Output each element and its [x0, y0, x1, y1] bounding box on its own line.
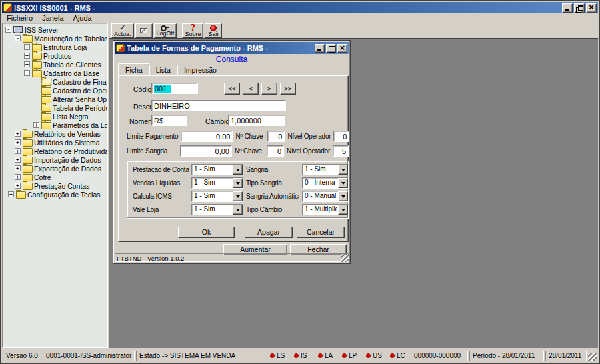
tree-item-utilitarios-do-sistema[interactable]: + Utilitários do Sistema [3, 138, 107, 147]
nav-last-button[interactable]: >> [280, 83, 296, 95]
folder-icon [23, 156, 32, 163]
tree-item-lista-negra[interactable]: Lista Negra [3, 112, 107, 121]
menu-ficheiro[interactable]: Ficheiro [2, 14, 37, 22]
tree-expand-icon[interactable]: + [24, 44, 30, 50]
chave-field[interactable] [267, 145, 284, 157]
dialog-maximize-button[interactable] [326, 44, 336, 53]
tree-expand-icon[interactable]: + [24, 61, 30, 67]
exit-icon [210, 25, 217, 31]
restore-button[interactable] [574, 3, 585, 13]
tree-item-tabela-de-clientes[interactable]: + Tabela de Clientes [3, 60, 107, 69]
chevron-down-icon[interactable] [233, 165, 243, 175]
menu-janela[interactable]: Janela [37, 14, 68, 22]
tree-item-cadastro-de-finalizadoras[interactable]: Cadastro de Finalizadoras [3, 77, 107, 86]
chevron-down-icon[interactable] [233, 205, 243, 215]
prestacao-de-contas-combo[interactable]: 1 - Sim [191, 164, 243, 175]
tree-item-prestacao-contas[interactable]: + Prestação Contas [3, 181, 107, 190]
nomenclatura-field[interactable] [151, 115, 187, 126]
tree-item-tabela-de-periodos[interactable]: Tabela de Períodos [3, 103, 107, 112]
chevron-down-icon[interactable] [233, 191, 243, 201]
tree-item-label: Tabela de Clientes [43, 61, 101, 69]
tree-item-parametros-da-loja[interactable]: + Parâmetros da Loja [3, 121, 107, 129]
tipo-sangria-combo[interactable]: 0 - Interna [302, 177, 349, 189]
tab-impressao[interactable]: Impressão [177, 65, 223, 75]
sangria-label: Sangria [246, 166, 299, 173]
chave-field[interactable] [267, 131, 285, 142]
tree-expand-icon[interactable]: + [15, 165, 21, 171]
payment-forms-dialog: Tabela de Formas de Pagamento - RMS - Co… [113, 40, 351, 264]
tipo-cambio-combo[interactable]: 1 - Multiplicação [302, 204, 349, 215]
apagar-button[interactable]: Apagar [245, 227, 293, 238]
logoff-button[interactable]: LogOff [154, 23, 177, 38]
tab-lista[interactable]: Lista [149, 65, 177, 75]
descricao-field[interactable] [151, 100, 286, 111]
tree-item-manutencao-de-tabelas[interactable]: - Manutenção de Tabelas [3, 34, 107, 43]
dialog-close-button[interactable] [337, 44, 347, 53]
nivel-operador-field[interactable] [333, 131, 349, 142]
close-button[interactable] [586, 3, 597, 13]
tree-item-cadastro-da-base[interactable]: - Cadastro da Base [3, 69, 107, 77]
tree-item-exportacao-de-dados[interactable]: + Exportação de Dados [3, 164, 107, 173]
tipo-cambio-label: Tipo Câmbio [246, 206, 299, 213]
dialog-resize-grip[interactable] [341, 254, 349, 262]
tree-item-produtos[interactable]: + Produtos [3, 51, 107, 60]
tree-collapse-icon[interactable]: - [15, 35, 21, 41]
tree-expand-icon[interactable]: + [15, 148, 21, 154]
tree-expand-icon[interactable]: + [15, 139, 21, 145]
limite-sangria-label: Limite Sangria [127, 147, 177, 155]
tree-item-iss-server[interactable]: - ISS Server [3, 25, 107, 34]
tree-item-importacao-de-dados[interactable]: + Importação de Dados [3, 155, 107, 164]
codigo-field[interactable]: 001 [151, 83, 198, 94]
tree-item-cofre[interactable]: + Cofre [3, 173, 107, 181]
nav-next-button[interactable]: > [261, 83, 277, 95]
tree-item-label: Estrutura Loja [43, 43, 87, 51]
chevron-down-icon[interactable] [338, 205, 348, 215]
tree-expand-icon[interactable]: + [8, 191, 14, 197]
tree-item-relatorio-de-produtividade[interactable]: + Relatório de Produtividade [3, 147, 107, 155]
led-icon [390, 353, 395, 358]
limite-sangria-field[interactable] [180, 145, 232, 157]
about-button[interactable]: ? Sobre [182, 23, 203, 38]
led-icon [366, 353, 371, 358]
tree-item-estrutura-loja[interactable]: + Estrutura Loja [3, 43, 107, 51]
cancelar-button[interactable]: Cancelar [297, 227, 345, 238]
chevron-down-icon[interactable] [338, 178, 348, 188]
tree-expand-icon[interactable]: + [15, 157, 21, 163]
nivel-operador-field[interactable] [333, 145, 349, 157]
tree-collapse-icon[interactable]: - [24, 70, 30, 76]
cambio-field[interactable] [228, 115, 285, 126]
limite-pagamento-field[interactable] [181, 131, 233, 142]
ok-button[interactable]: Ok [178, 227, 235, 238]
sangria-combo[interactable]: 1 - Sim [302, 164, 349, 175]
nav-prev-button[interactable]: < [243, 83, 259, 95]
chevron-down-icon[interactable] [338, 191, 348, 201]
dialog-minimize-button[interactable] [315, 44, 325, 53]
exit-button[interactable]: Sair [205, 23, 222, 38]
nav-first-button[interactable]: << [224, 83, 240, 95]
chevron-down-icon[interactable] [338, 165, 348, 175]
tree-item-configuracao-de-teclas[interactable]: + Configuração de Teclas [3, 190, 107, 199]
tree-item-cadastro-de-operadores[interactable]: Cadastro de Operadores [3, 86, 107, 95]
tree-item-relatorios-de-vendas[interactable]: + Relatórios de Vendas [3, 129, 107, 138]
tree-expand-icon[interactable]: + [33, 122, 39, 128]
key-icon [161, 25, 169, 31]
calcula-icms-combo[interactable]: 1 - Sim [191, 191, 243, 202]
led-icon [294, 353, 299, 358]
screen-button[interactable] [135, 23, 153, 38]
refresh-button[interactable]: ✓ Actua. [111, 23, 134, 38]
sangria-automatica-combo[interactable]: 0 - Manual [302, 191, 349, 202]
menu-ajuda[interactable]: Ajuda [69, 14, 97, 22]
tree-expand-icon[interactable]: + [15, 183, 21, 189]
resize-grip[interactable] [588, 353, 597, 361]
tree-expand-icon[interactable]: + [15, 131, 21, 137]
vale-loja-combo[interactable]: 1 - Sim [191, 204, 243, 215]
options-groupbox: Prestação de Contas 1 - Sim Sangria 1 - … [127, 161, 348, 218]
minimize-button[interactable] [562, 3, 573, 13]
tree-expand-icon[interactable]: + [24, 53, 30, 59]
tree-item-alterar-senha-operador[interactable]: Alterar Senha Operador [3, 95, 107, 103]
vendas-liquidas-combo[interactable]: 1 - Sim [191, 177, 243, 189]
tab-ficha[interactable]: Ficha [119, 63, 149, 75]
tree-expand-icon[interactable]: + [15, 174, 21, 180]
tree-collapse-icon[interactable]: - [5, 27, 11, 33]
chevron-down-icon[interactable] [233, 178, 243, 188]
